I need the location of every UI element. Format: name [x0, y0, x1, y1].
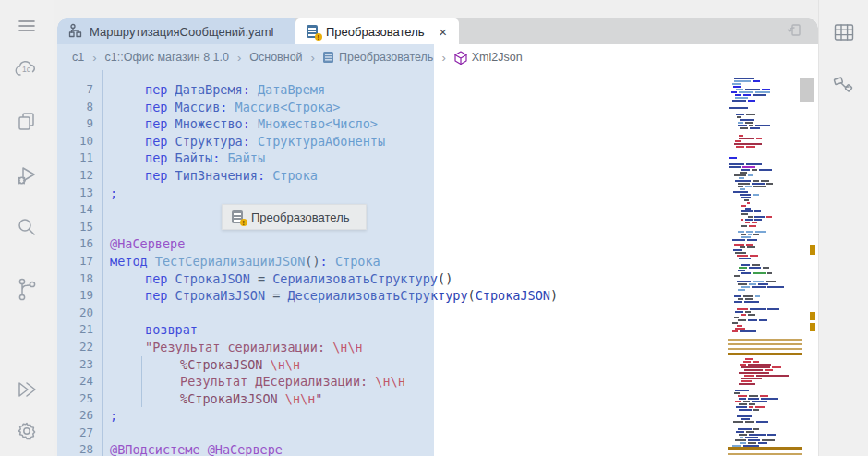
code-line[interactable]: пер Байты: Байты — [104, 150, 818, 167]
run-all-icon[interactable] — [15, 378, 39, 401]
line-number[interactable]: 9 — [57, 115, 102, 133]
minimap-slider[interactable] — [800, 78, 814, 102]
line-number[interactable]: 8 — [57, 99, 102, 116]
overview-ruler-marker — [810, 312, 815, 320]
breadcrumb-item-converter[interactable]: Преобразователь — [323, 51, 433, 64]
overview-ruler-marker — [810, 323, 815, 331]
documents-icon[interactable] — [16, 111, 38, 133]
code-line[interactable]: ; — [104, 407, 818, 425]
breadcrumb-item[interactable]: c1::Офис магазин 8 1.0 — [105, 51, 229, 64]
tab-routing-yaml[interactable]: МаршрутизацияСообщений.yaml — [57, 18, 295, 44]
code-line[interactable]: Результат ДЕсериализации: \н\н — [104, 373, 818, 390]
drag-ghost-label: Преобразователь — [251, 210, 350, 224]
line-number[interactable]: 14 — [57, 201, 102, 219]
code-line[interactable]: пер СтрокаИзJSON = ДесериализоватьСтрукт… — [104, 287, 818, 305]
code-editor[interactable]: 7891011121314151617181920212223242526272… — [57, 70, 818, 456]
app-window: 1с — [0, 0, 868, 456]
minimap-highlight — [728, 447, 802, 450]
git-branch-icon[interactable] — [15, 277, 39, 303]
line-number[interactable]: 21 — [57, 321, 102, 339]
tab-bar: МаршрутизацияСообщений.yaml ! Преобразов… — [57, 18, 818, 44]
breadcrumb-item[interactable]: c1 — [72, 51, 84, 64]
line-number[interactable]: 17 — [57, 253, 102, 270]
module-icon — [323, 51, 334, 64]
cube-icon — [454, 51, 467, 65]
breadcrumb-item-xml2json[interactable]: Xml2Json — [454, 51, 523, 65]
breadcrumb-separator: › — [237, 51, 241, 65]
indent-guide — [141, 373, 142, 390]
module-icon: ! — [307, 24, 319, 39]
line-number[interactable]: 18 — [57, 270, 102, 288]
line-number[interactable]: 11 — [57, 150, 102, 167]
code-line[interactable] — [104, 201, 818, 219]
line-number[interactable]: 13 — [57, 185, 102, 202]
line-number[interactable]: 22 — [57, 339, 102, 356]
line-number[interactable]: 19 — [57, 287, 102, 305]
settings-gear-icon[interactable] — [15, 419, 39, 443]
tab-strip — [459, 18, 785, 44]
minimap[interactable] — [728, 70, 802, 456]
line-number-gutter[interactable]: 7891011121314151617181920212223242526272… — [57, 70, 103, 456]
minimap-highlight — [728, 348, 802, 350]
indent-guide — [141, 356, 142, 374]
drag-ghost: ! Преобразователь — [222, 204, 367, 230]
code-line[interactable]: пер ТипЗначения: Строка — [104, 167, 818, 185]
code-line[interactable]: пер СтрокаJSON = СериализоватьСтруктуру(… — [104, 270, 818, 288]
breadcrumb-separator: › — [441, 51, 445, 65]
code-line[interactable] — [104, 219, 818, 236]
code-line[interactable]: "Результат сериализации: \н\н — [104, 339, 818, 356]
search-icon[interactable] — [16, 216, 38, 238]
code-line[interactable]: @ВПодсистеме @НаСервере — [104, 441, 818, 456]
table-icon[interactable] — [834, 23, 854, 45]
right-sidebar — [818, 0, 868, 456]
1c-cloud-icon[interactable]: 1с — [14, 59, 40, 79]
line-number[interactable]: 23 — [57, 356, 102, 374]
transform-icon[interactable] — [832, 74, 856, 102]
tab-label: Преобразователь — [326, 25, 425, 39]
line-number[interactable]: 24 — [57, 373, 102, 390]
warning-badge: ! — [240, 219, 248, 227]
code-line[interactable]: @НаСервере — [104, 235, 818, 253]
line-number[interactable]: 28 — [57, 441, 102, 456]
routing-icon — [68, 23, 83, 41]
line-number[interactable]: 7 — [57, 81, 102, 99]
code-line[interactable]: пер Массив: Массив<Строка> — [104, 99, 818, 116]
minimap-highlight — [728, 343, 802, 345]
warning-badge: ! — [315, 33, 323, 42]
breadcrumb-item[interactable]: Основной — [249, 51, 302, 64]
breadcrumb-separator: › — [92, 51, 96, 65]
code-area[interactable]: пер ДатаВремя: ДатаВремяпер Массив: Масс… — [104, 70, 818, 456]
line-number[interactable]: 27 — [57, 425, 102, 442]
line-number[interactable]: 10 — [57, 133, 102, 150]
code-line[interactable]: пер ДатаВремя: ДатаВремя — [104, 81, 818, 99]
code-line[interactable]: пер Множество: Множество<Число> — [104, 115, 818, 133]
code-line[interactable]: %СтрокаJSON \н\н — [104, 356, 818, 374]
minimap-highlight — [728, 353, 802, 355]
tab-converter[interactable]: ! Преобразователь × — [295, 18, 459, 44]
code-line[interactable]: возврат — [104, 321, 818, 339]
indent-guide — [141, 390, 142, 408]
code-line[interactable] — [104, 305, 818, 322]
close-icon[interactable]: × — [438, 25, 448, 39]
code-line[interactable] — [104, 425, 818, 442]
code-line[interactable]: %СтрокаИзJSON \н\н" — [104, 390, 818, 408]
minimap-highlight — [728, 339, 802, 341]
line-number[interactable]: 20 — [57, 305, 102, 322]
menu-icon[interactable] — [18, 18, 36, 33]
line-number[interactable]: 12 — [57, 167, 102, 185]
detach-page-icon[interactable] — [785, 20, 803, 42]
breadcrumb-separator: › — [311, 51, 315, 65]
minimap-highlight — [728, 453, 802, 455]
code-line[interactable]: пер Структура: СтруктураАбоненты — [104, 133, 818, 150]
debug-run-icon[interactable] — [15, 164, 39, 188]
svg-text:1с: 1с — [22, 65, 31, 74]
module-icon-grey: ! — [232, 210, 245, 224]
tab-label: МаршрутизацияСообщений.yaml — [90, 25, 273, 39]
line-number[interactable]: 25 — [57, 390, 102, 408]
line-number[interactable]: 15 — [57, 219, 102, 236]
line-number[interactable]: 26 — [57, 407, 102, 425]
code-line[interactable]: ; — [104, 185, 818, 202]
code-line[interactable]: метод ТестСериализацииJSON(): Строка — [104, 253, 818, 270]
left-activity-bar: 1с — [0, 0, 54, 456]
line-number[interactable]: 16 — [57, 235, 102, 253]
